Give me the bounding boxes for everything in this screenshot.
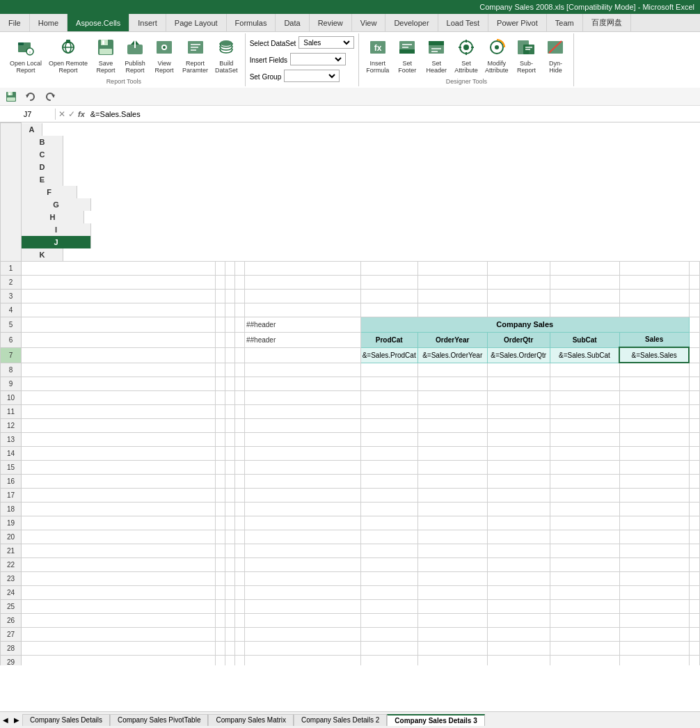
spreadsheet-cell[interactable] (689, 275, 699, 289)
spreadsheet-cell[interactable] (619, 275, 689, 289)
spreadsheet-cell[interactable] (619, 418, 689, 432)
spreadsheet-cell[interactable] (22, 585, 216, 599)
spreadsheet-cell[interactable] (244, 390, 360, 404)
spreadsheet-cell[interactable] (22, 460, 216, 474)
spreadsheet-cell[interactable] (689, 488, 699, 502)
spreadsheet-cell[interactable] (619, 474, 689, 488)
spreadsheet-cell[interactable] (22, 557, 216, 571)
spreadsheet-cell[interactable] (417, 530, 487, 544)
open-local-report-button[interactable]: ↑ Open LocalReport (7, 35, 45, 75)
spreadsheet-cell[interactable] (550, 599, 619, 613)
spreadsheet-cell[interactable] (417, 289, 487, 303)
spreadsheet-cell[interactable] (225, 317, 235, 332)
spreadsheet-cell[interactable] (360, 446, 417, 460)
spreadsheet-cell[interactable] (225, 289, 235, 303)
spreadsheet-cell[interactable] (244, 289, 360, 303)
spreadsheet-cell[interactable] (487, 488, 550, 502)
spreadsheet-cell[interactable] (22, 303, 216, 317)
spreadsheet-cell[interactable] (417, 363, 487, 377)
spreadsheet-cell[interactable] (225, 418, 235, 432)
spreadsheet-cell[interactable] (619, 303, 689, 317)
dyn-hide-button[interactable]: Dyn-Hide (541, 35, 569, 75)
sheet-tab-sheet5[interactable]: Company Sales Details 3 (387, 714, 484, 726)
spreadsheet-cell[interactable] (417, 516, 487, 530)
set-attribute-button[interactable]: SetAttribute (452, 35, 481, 75)
spreadsheet-cell[interactable] (619, 261, 689, 275)
spreadsheet-cell[interactable] (619, 502, 689, 516)
spreadsheet-cell[interactable] (225, 627, 235, 641)
spreadsheet-cell[interactable] (22, 404, 216, 418)
spreadsheet-cell[interactable] (225, 446, 235, 460)
sheet-tab-sheet4[interactable]: Company Sales Details 2 (294, 714, 387, 726)
spreadsheet-cell[interactable] (235, 460, 245, 474)
spreadsheet-cell[interactable] (22, 377, 216, 390)
spreadsheet-cell[interactable] (417, 613, 487, 627)
modify-attribute-button[interactable]: ModifyAttribute (482, 35, 511, 75)
spreadsheet-cell[interactable] (216, 363, 225, 377)
spreadsheet-cell[interactable] (360, 613, 417, 627)
report-title-cell[interactable]: Company Sales (360, 317, 689, 332)
spreadsheet-cell[interactable] (235, 516, 245, 530)
spreadsheet-cell[interactable] (689, 557, 699, 571)
spreadsheet-cell[interactable] (360, 404, 417, 418)
spreadsheet-cell[interactable] (417, 655, 487, 665)
spreadsheet-cell[interactable] (235, 404, 245, 418)
fields-select[interactable] (292, 55, 344, 64)
report-col-prodcat[interactable]: ProdCat (360, 332, 417, 347)
spreadsheet-cell[interactable] (689, 460, 699, 474)
report-paramter-button[interactable]: ReportParamter (180, 35, 211, 75)
spreadsheet-cell[interactable] (487, 404, 550, 418)
spreadsheet-cell[interactable] (619, 363, 689, 377)
spreadsheet-cell[interactable] (216, 303, 225, 317)
spreadsheet-cell[interactable] (487, 418, 550, 432)
spreadsheet-cell[interactable] (216, 432, 225, 446)
spreadsheet-cell[interactable] (689, 641, 699, 655)
spreadsheet-cell[interactable] (244, 303, 360, 317)
group-select[interactable] (286, 72, 337, 81)
spreadsheet-cell[interactable] (235, 544, 245, 557)
spreadsheet-cell[interactable] (216, 557, 225, 571)
spreadsheet-cell[interactable] (417, 502, 487, 516)
spreadsheet-cell[interactable] (235, 390, 245, 404)
spreadsheet-cell[interactable] (689, 289, 699, 303)
spreadsheet-cell[interactable] (22, 641, 216, 655)
ribbon-tab-baidu[interactable]: 百度网盘 (583, 14, 631, 31)
spreadsheet-cell[interactable] (689, 502, 699, 516)
data-cell-subcat[interactable]: &=Sales.SubCat (550, 347, 619, 363)
spreadsheet-cell[interactable] (360, 261, 417, 275)
spreadsheet-cell[interactable] (417, 275, 487, 289)
spreadsheet-cell[interactable] (225, 530, 235, 544)
spreadsheet-cell[interactable] (360, 363, 417, 377)
spreadsheet-cell[interactable] (225, 571, 235, 585)
ribbon-tab-home[interactable]: Home (30, 14, 67, 31)
spreadsheet-cell[interactable] (216, 613, 225, 627)
spreadsheet-cell[interactable] (235, 655, 245, 665)
spreadsheet-cell[interactable] (417, 585, 487, 599)
spreadsheet-cell[interactable] (235, 627, 245, 641)
spreadsheet-cell[interactable] (216, 641, 225, 655)
spreadsheet-cell[interactable] (216, 261, 225, 275)
spreadsheet-cell[interactable] (550, 446, 619, 460)
spreadsheet-cell[interactable] (417, 432, 487, 446)
spreadsheet-cell[interactable] (216, 585, 225, 599)
spreadsheet-cell[interactable] (235, 641, 245, 655)
spreadsheet-cell[interactable] (235, 261, 245, 275)
spreadsheet-cell[interactable] (216, 332, 225, 347)
spreadsheet-cell[interactable] (244, 613, 360, 627)
spreadsheet-cell[interactable] (235, 474, 245, 488)
spreadsheet-cell[interactable] (244, 571, 360, 585)
spreadsheet-cell[interactable]: ##header (244, 317, 360, 332)
spreadsheet-cell[interactable] (225, 516, 235, 530)
spreadsheet-cell[interactable] (360, 655, 417, 665)
spreadsheet-cell[interactable] (225, 599, 235, 613)
spreadsheet-cell[interactable] (22, 418, 216, 432)
spreadsheet-cell[interactable] (689, 404, 699, 418)
spreadsheet-cell[interactable] (235, 303, 245, 317)
spreadsheet-cell[interactable] (225, 544, 235, 557)
ribbon-tab-page-layout[interactable]: Page Layout (166, 14, 227, 31)
spreadsheet-cell[interactable] (216, 544, 225, 557)
ribbon-tab-file[interactable]: File (0, 14, 30, 31)
spreadsheet-cell[interactable] (417, 627, 487, 641)
spreadsheet-cell[interactable] (225, 460, 235, 474)
dataset-select[interactable]: Sales (301, 38, 352, 47)
